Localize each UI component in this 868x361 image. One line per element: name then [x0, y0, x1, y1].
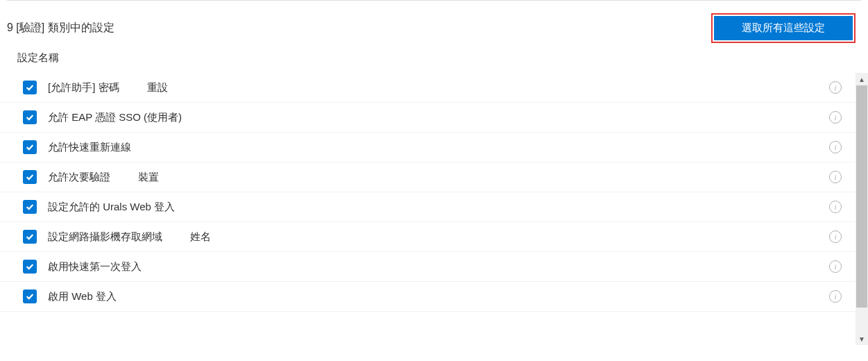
column-header-name: 設定名稱 [0, 47, 868, 73]
setting-row[interactable]: 設定網路攝影機存取網域姓名i [0, 222, 856, 252]
checkbox[interactable] [23, 200, 37, 214]
setting-row[interactable]: 允許快速重新連線i [0, 133, 856, 162]
setting-row[interactable]: [允許助手] 密碼重設i [0, 73, 856, 103]
setting-extra: 姓名 [190, 230, 211, 244]
checkbox[interactable] [23, 230, 37, 244]
info-icon[interactable]: i [829, 290, 842, 303]
setting-label: 設定允許的 Urals Web 登入 [48, 201, 175, 214]
setting-row[interactable]: 允許 EAP 憑證 SSO (使用者)i [0, 103, 856, 133]
checkbox[interactable] [23, 140, 37, 154]
info-icon[interactable]: i [829, 201, 842, 213]
setting-row[interactable]: 啟用 Web 登入i [0, 282, 856, 312]
setting-extra: 裝置 [138, 171, 159, 184]
info-icon[interactable]: i [829, 141, 842, 153]
setting-label: 允許次要驗證 [48, 171, 110, 184]
setting-row[interactable]: 設定允許的 Urals Web 登入i [0, 192, 856, 222]
setting-row[interactable]: 啟用快速第一次登入i [0, 252, 856, 282]
info-icon[interactable]: i [829, 111, 842, 124]
info-icon[interactable]: i [829, 230, 842, 243]
settings-list: [允許助手] 密碼重設i允許 EAP 憑證 SSO (使用者)i允許快速重新連線… [0, 73, 856, 345]
setting-extra: 重設 [147, 81, 168, 94]
setting-row[interactable]: 允許次要驗證裝置i [0, 162, 856, 192]
checkbox[interactable] [23, 170, 37, 184]
info-icon[interactable]: i [829, 81, 842, 94]
scroll-up-arrow[interactable]: ▲ [856, 73, 868, 85]
scroll-down-arrow[interactable]: ▼ [856, 333, 868, 345]
category-title: 9 [驗證] 類別中的設定 [7, 21, 114, 35]
checkbox[interactable] [23, 289, 37, 303]
setting-label: 設定網路攝影機存取網域 [48, 230, 162, 244]
scroll-thumb[interactable] [856, 85, 867, 308]
info-icon[interactable]: i [829, 171, 842, 183]
info-icon[interactable]: i [829, 260, 842, 273]
checkbox[interactable] [23, 260, 37, 274]
setting-label: 允許快速重新連線 [48, 141, 131, 154]
settings-header: 9 [驗證] 類別中的設定 選取所有這些設定 [0, 1, 868, 47]
select-all-button[interactable]: 選取所有這些設定 [714, 16, 853, 40]
checkbox[interactable] [23, 81, 37, 94]
select-all-highlight: 選取所有這些設定 [711, 13, 856, 43]
setting-label: 啟用 Web 登入 [48, 290, 117, 303]
checkbox[interactable] [23, 110, 37, 124]
setting-label: [允許助手] 密碼 [48, 81, 119, 94]
scrollbar[interactable]: ▲ ▼ [856, 73, 868, 345]
setting-label: 允許 EAP 憑證 SSO (使用者) [48, 111, 182, 124]
setting-label: 啟用快速第一次登入 [48, 260, 142, 274]
